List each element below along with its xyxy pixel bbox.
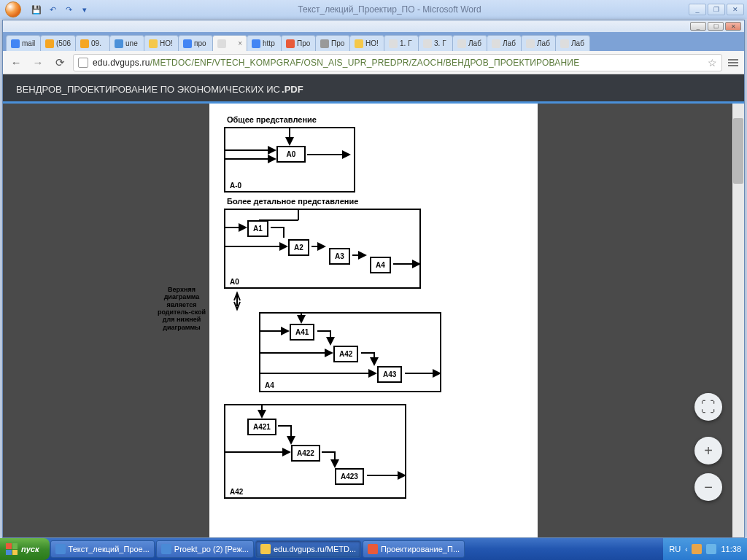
taskbar-item-icon [55, 544, 66, 554]
tray-expand-icon[interactable]: ‹ [685, 545, 687, 553]
tab-label: Лаб [503, 39, 516, 47]
tab-favicon [11, 39, 20, 48]
page-icon [78, 58, 88, 68]
tab-label: 3. Г [434, 39, 446, 47]
tab-favicon [526, 39, 535, 48]
back-button[interactable]: ← [7, 54, 25, 71]
tab-label: НО! [365, 39, 379, 47]
word-close-button[interactable]: ✕ [727, 4, 744, 15]
undo-icon[interactable]: ↶ [47, 4, 58, 15]
pdf-scrollbar[interactable] [732, 104, 744, 537]
bookmark-star-icon[interactable]: ☆ [708, 57, 717, 69]
address-bar[interactable]: edu.dvgups.ru/METDOC/ENF/VTECH_KOMPGRAF/… [73, 54, 722, 71]
taskbar-item[interactable]: Proekt_po (2) [Реж... [156, 540, 254, 558]
start-button[interactable]: пуск [0, 538, 50, 560]
chrome-minimize-button[interactable]: _ [690, 22, 706, 31]
tab-label: 09. [91, 39, 101, 47]
clock[interactable]: 11:38 [721, 545, 741, 553]
tray-icon[interactable] [692, 544, 702, 554]
qat-more-icon[interactable]: ▾ [79, 4, 90, 15]
system-tray[interactable]: RU ‹ 11:38 [663, 538, 747, 560]
tab-label: Лаб [468, 39, 481, 47]
chrome-maximize-button[interactable]: ☐ [708, 22, 724, 31]
tab-favicon [80, 39, 89, 48]
browser-tab[interactable]: (506 [40, 35, 76, 51]
browser-tab[interactable]: Лаб [521, 35, 556, 51]
browser-tab[interactable]: 3. Г [418, 35, 453, 51]
browser-tab[interactable]: mail [6, 35, 41, 51]
taskbar-item[interactable]: Текст_лекций_Прое... [50, 540, 155, 558]
tab-label: НО! [160, 39, 173, 47]
browser-tab[interactable]: НО! [349, 35, 384, 51]
browser-tab[interactable]: Лаб [555, 35, 590, 51]
tab-favicon [560, 39, 569, 48]
taskbar-item-label: edu.dvgups.ru/METD... [274, 545, 356, 553]
diagram-heading-2: Более детальное представление [227, 197, 523, 206]
taskbar-item-icon [260, 544, 271, 554]
word-minimize-button[interactable]: _ [689, 4, 706, 15]
tab-favicon [389, 39, 398, 48]
taskbar-item[interactable]: Проектирование_П... [363, 540, 465, 558]
tab-label: про [194, 39, 206, 47]
tab-label: (506 [56, 39, 71, 47]
browser-tab[interactable]: 09. [75, 35, 110, 51]
tab-favicon [252, 39, 260, 48]
frame-label-a-0: A-0 [230, 182, 241, 190]
tab-label: Лаб [571, 39, 584, 47]
frame-label-a0: A0 [230, 278, 239, 286]
browser-tab[interactable]: 1. Г [384, 35, 419, 51]
taskbar-item[interactable]: edu.dvgups.ru/METD... [255, 540, 361, 558]
pdf-zoom-in-button[interactable]: + [694, 437, 722, 464]
reload-button[interactable]: ⟳ [51, 54, 69, 71]
pdf-page: Общее представление A0 A-0 Более детальн… [209, 104, 538, 537]
browser-tab[interactable]: про [178, 35, 213, 51]
redo-icon[interactable]: ↷ [63, 4, 74, 15]
chrome-close-button[interactable]: ✕ [725, 22, 741, 31]
browser-tab[interactable]: http [247, 35, 282, 51]
tab-close-icon[interactable]: × [238, 39, 242, 47]
browser-tab[interactable]: Лаб [487, 35, 522, 51]
tab-label: Про [297, 39, 310, 47]
chrome-toolbar: ← → ⟳ edu.dvgups.ru/METDOC/ENF/VTECH_KOM… [3, 51, 744, 74]
pdf-scroll-thumb[interactable] [733, 118, 743, 184]
taskbar-item-label: Proekt_po (2) [Реж... [174, 545, 249, 553]
diagram-frame-a0: A1 A2 A3 A4 A0 [224, 209, 421, 289]
pdf-header: ВЕНДРОВ_ПРОЕКТИРОВАНИЕ ПО ЭКОНОМИЧЕСКИХ … [3, 74, 744, 104]
quick-access-toolbar: 💾 ↶ ↷ ▾ [31, 4, 90, 15]
word-window-title: Текст_лекций_Проектир_ПО - Microsoft Wor… [90, 4, 689, 15]
pdf-title: ВЕНДРОВ_ПРОЕКТИРОВАНИЕ ПО ЭКОНОМИЧЕСКИХ … [16, 84, 303, 95]
pdf-viewport[interactable]: Общее представление A0 A-0 Более детальн… [3, 104, 744, 537]
chrome-window: _ ☐ ✕ mail(50609.uneНО!про×httpПроПроНО!… [2, 20, 745, 538]
taskbar-item-icon [161, 544, 171, 554]
chrome-menu-icon[interactable] [727, 59, 740, 66]
diagram-frame-a42: A421 A422 A423 A42 [224, 404, 406, 499]
diagram-heading-1: Общее представление [227, 115, 523, 124]
tray-icon[interactable] [706, 544, 716, 554]
office-button[interactable] [0, 0, 26, 19]
forward-button[interactable]: → [29, 54, 47, 71]
browser-tab[interactable]: une [109, 35, 144, 51]
start-label: пуск [21, 545, 39, 553]
chrome-tabstrip: mail(50609.uneНО!про×httpПроПроНО!1. Г3.… [3, 32, 744, 51]
browser-tab[interactable]: Лаб [452, 35, 487, 51]
frame-label-a4: A4 [265, 381, 274, 389]
tab-favicon [45, 39, 54, 48]
tab-label: http [263, 39, 275, 47]
pdf-fit-button[interactable]: ⛶ [694, 393, 722, 421]
browser-tab[interactable]: НО! [144, 35, 179, 51]
chrome-frame-controls: _ ☐ ✕ [3, 20, 744, 32]
word-restore-button[interactable]: ❐ [708, 4, 725, 15]
windows-logo-icon [6, 543, 18, 555]
tab-favicon [183, 39, 192, 48]
save-icon[interactable]: 💾 [31, 4, 42, 15]
language-indicator[interactable]: RU [669, 545, 681, 553]
tab-favicon [457, 39, 466, 48]
browser-tab[interactable]: Про [281, 35, 316, 51]
pdf-zoom-out-button[interactable]: − [694, 473, 722, 501]
tab-label: mail [22, 39, 35, 47]
tab-label: 1. Г [400, 39, 412, 47]
diagram-frame-a4: A41 A42 A43 A4 [259, 312, 441, 392]
browser-tab[interactable]: Про [315, 35, 350, 51]
browser-tab[interactable]: × [212, 35, 247, 51]
parent-child-arrow-1 [231, 293, 268, 309]
